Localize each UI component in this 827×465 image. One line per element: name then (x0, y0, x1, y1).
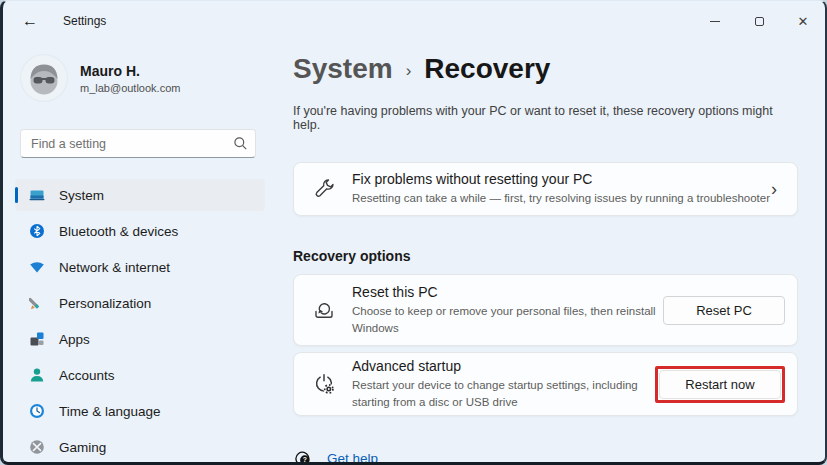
advanced-startup-subtitle: Restart your device to change startup se… (352, 377, 655, 409)
sidebar-item-label: Apps (59, 332, 90, 347)
search-input[interactable] (20, 129, 256, 158)
sidebar-item-label: Gaming (59, 440, 106, 455)
reset-pc-text: Reset this PC Choose to keep or remove y… (352, 284, 663, 335)
gaming-icon (29, 439, 45, 455)
fix-problems-subtitle: Resetting can take a while — first, try … (352, 190, 770, 206)
sidebar-item-label: Accounts (59, 368, 115, 383)
help-icon: ? (295, 450, 312, 465)
user-name: Mauro H. (80, 63, 180, 79)
sidebar-item-apps[interactable]: Apps (15, 323, 265, 355)
maximize-button[interactable] (737, 1, 781, 41)
avatar (21, 55, 67, 101)
breadcrumb-parent[interactable]: System (293, 53, 393, 85)
apps-icon (29, 331, 45, 347)
search-icon (233, 136, 248, 151)
get-help-label: Get help (327, 451, 378, 465)
close-button[interactable]: ✕ (781, 1, 825, 41)
svg-text:?: ? (303, 456, 307, 463)
bluetooth-icon (29, 223, 45, 239)
advanced-startup-text: Advanced startup Restart your device to … (352, 358, 655, 409)
accounts-icon (29, 367, 45, 383)
reset-pc-button[interactable]: Reset PC (663, 296, 785, 325)
get-help-link[interactable]: ? Get help (295, 450, 378, 465)
sidebar-item-label: Time & language (59, 404, 161, 419)
system-icon (29, 187, 45, 203)
fix-problems-title: Fix problems without resetting your PC (352, 171, 770, 187)
sidebar-item-network[interactable]: Network & internet (15, 251, 265, 283)
user-profile[interactable]: Mauro H. m_lab@outlook.com (21, 55, 275, 101)
network-icon (29, 259, 45, 275)
sidebar-item-accounts[interactable]: Accounts (15, 359, 265, 391)
advanced-startup-card: Advanced startup Restart your device to … (293, 352, 798, 416)
main-content: System › Recovery If you're having probl… (293, 41, 798, 462)
personalization-icon (29, 295, 45, 311)
maximize-icon (755, 17, 764, 26)
chevron-right-icon: › (771, 179, 777, 200)
wrench-icon (312, 177, 336, 201)
breadcrumb: System › Recovery (293, 53, 798, 85)
close-icon: ✕ (798, 14, 809, 29)
reset-pc-subtitle: Choose to keep or remove your personal f… (352, 303, 663, 335)
settings-window: ← Settings ✕ Mauro H. m_lab@outlook.com (0, 0, 827, 465)
reset-pc-card: Reset this PC Choose to keep or remove y… (293, 274, 798, 346)
sidebar: Mauro H. m_lab@outlook.com System (3, 41, 275, 462)
section-header-recovery-options: Recovery options (293, 248, 798, 264)
reset-pc-icon (312, 298, 336, 322)
sidebar-item-label: Network & internet (59, 260, 170, 275)
sidebar-item-time-language[interactable]: Time & language (15, 395, 265, 427)
minimize-button[interactable] (693, 1, 737, 41)
back-icon: ← (22, 12, 38, 30)
advanced-startup-title: Advanced startup (352, 358, 655, 374)
back-button[interactable]: ← (15, 6, 45, 36)
red-highlight-box: Restart now (655, 366, 785, 403)
sidebar-item-bluetooth[interactable]: Bluetooth & devices (15, 215, 265, 247)
sidebar-nav: System Bluetooth & devices Network & int… (3, 179, 275, 463)
breadcrumb-separator-icon: › (406, 61, 412, 81)
user-email: m_lab@outlook.com (80, 82, 180, 94)
time-language-icon (29, 403, 45, 419)
fix-problems-text: Fix problems without resetting your PC R… (352, 171, 770, 206)
sidebar-item-label: Bluetooth & devices (59, 224, 178, 239)
window-controls: ✕ (693, 1, 825, 41)
fix-problems-card[interactable]: Fix problems without resetting your PC R… (293, 162, 798, 216)
page-intro: If you're having problems with your PC o… (293, 104, 798, 132)
selected-indicator (15, 187, 18, 203)
user-info: Mauro H. m_lab@outlook.com (80, 63, 180, 94)
window-title: Settings (63, 14, 106, 28)
sidebar-item-label: System (59, 188, 104, 203)
page-title: Recovery (424, 53, 550, 85)
minimize-icon (710, 21, 720, 22)
search-box (20, 129, 256, 158)
reset-pc-title: Reset this PC (352, 284, 663, 300)
sidebar-item-system[interactable]: System (15, 179, 265, 211)
power-gear-icon (312, 372, 336, 396)
titlebar: ← Settings ✕ (3, 1, 825, 41)
sidebar-item-label: Personalization (59, 296, 151, 311)
sidebar-item-personalization[interactable]: Personalization (15, 287, 265, 319)
sidebar-item-gaming[interactable]: Gaming (15, 431, 265, 463)
restart-now-button[interactable]: Restart now (659, 370, 781, 399)
